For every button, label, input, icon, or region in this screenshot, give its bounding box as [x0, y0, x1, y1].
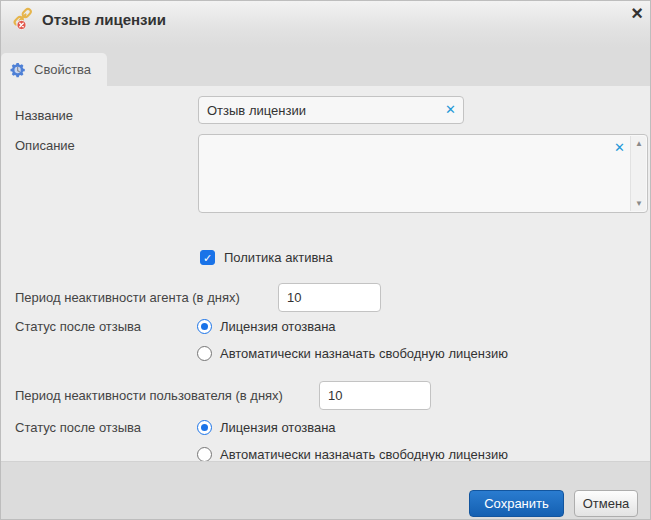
save-button[interactable]: Сохранить — [469, 490, 564, 517]
policy-active-label: Политика активна — [224, 250, 333, 266]
dialog-title: Отзыв лицензии — [42, 11, 166, 28]
description-clear-icon[interactable]: ✕ — [614, 140, 625, 155]
name-clear-icon[interactable]: ✕ — [445, 96, 456, 124]
tab-properties-label: Свойства — [34, 62, 91, 77]
description-field-box: ✕ ▲ ▼ — [198, 134, 648, 213]
dialog-header: Отзыв лицензии × Свойства — [1, 1, 650, 86]
agent-period-label: Период неактивности агента (в днях) — [15, 283, 240, 312]
user-status-radio-auto-assign[interactable] — [197, 447, 212, 462]
agent-status-radio-auto-assign[interactable] — [197, 346, 212, 361]
agent-period-input[interactable] — [278, 283, 381, 312]
agent-status-radio-auto-assign-label: Автоматически назначать свободную лиценз… — [220, 346, 508, 362]
description-scrollbar[interactable]: ▲ ▼ — [630, 136, 646, 211]
name-label: Название — [15, 102, 73, 130]
scroll-up-icon[interactable]: ▲ — [631, 139, 647, 148]
dialog-footer: Сохранить Отмена — [1, 461, 650, 519]
tab-properties[interactable]: Свойства — [1, 53, 107, 86]
close-icon[interactable]: × — [631, 1, 643, 25]
user-status-radio-revoked[interactable] — [197, 420, 212, 435]
agent-status-radio-revoked[interactable] — [197, 319, 212, 334]
revoke-license-icon — [11, 7, 35, 31]
agent-status-label: Статус после отзыва — [15, 319, 141, 335]
description-textarea[interactable] — [200, 136, 629, 211]
user-period-label: Период неактивности пользователя (в днях… — [15, 381, 283, 410]
name-input[interactable] — [198, 96, 464, 124]
checkmark-icon: ✓ — [203, 252, 212, 264]
user-status-radio-revoked-label: Лицензия отозвана — [220, 420, 336, 436]
user-period-input[interactable] — [319, 381, 431, 410]
title-row: Отзыв лицензии — [11, 7, 166, 31]
user-status-label: Статус после отзыва — [15, 420, 141, 436]
user-period-input-wrap — [319, 381, 431, 410]
gear-icon — [9, 61, 27, 79]
agent-status-radio-revoked-label: Лицензия отозвана — [220, 319, 336, 335]
dialog-content: Название ✕ Описание ✕ ▲ ▼ ✓ Политика акт… — [1, 86, 650, 463]
cancel-button[interactable]: Отмена — [574, 490, 638, 517]
name-input-wrap: ✕ — [198, 96, 464, 124]
description-label: Описание — [15, 138, 75, 153]
agent-period-input-wrap — [278, 283, 381, 312]
scroll-down-icon[interactable]: ▼ — [631, 199, 647, 208]
license-revocation-dialog: Отзыв лицензии × Свойства Название ✕ Опи… — [0, 0, 651, 520]
policy-active-checkbox[interactable]: ✓ — [200, 250, 215, 265]
